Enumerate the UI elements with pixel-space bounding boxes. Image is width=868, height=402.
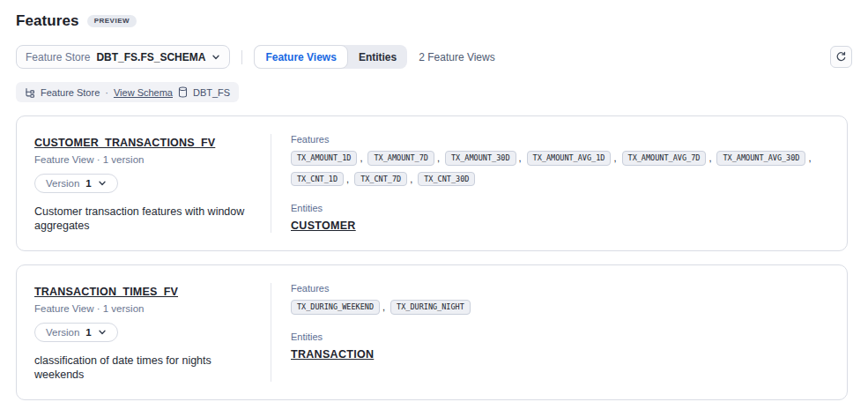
card-detail: Features TX_DURING_WEEKEND,TX_DURING_NIG…: [271, 283, 847, 382]
feature-view-subtitle: Feature View · 1 version: [34, 303, 253, 314]
feature-view-description: Customer transaction features with windo…: [34, 205, 253, 233]
preview-badge: PREVIEW: [87, 15, 137, 27]
feature-view-list: CUSTOMER_TRANSACTIONS_FV Feature View · …: [16, 115, 848, 400]
schema-tree-icon: [25, 87, 35, 98]
card-detail: Features TX_AMOUNT_1D,TX_AMOUNT_7D,TX_AM…: [271, 134, 847, 233]
entity-link[interactable]: TRANSACTION: [291, 348, 374, 361]
chip-separator: ,: [708, 153, 711, 163]
feature-store-label: Feature Store: [26, 51, 90, 63]
breadcrumb-prefix: Feature Store: [41, 87, 100, 98]
version-selector[interactable]: Version 1: [34, 174, 118, 193]
feature-store-selector[interactable]: Feature Store DBT_FS.FS_SCHEMA: [16, 45, 230, 69]
chip-separator: ,: [346, 174, 349, 184]
entities-label: Entities: [291, 203, 829, 213]
feature-chip: TX_CNT_7D: [354, 172, 407, 187]
chip-separator: ,: [519, 153, 522, 163]
toolbar-divider: [241, 50, 242, 64]
chevron-down-icon: [211, 53, 220, 62]
tab-entities[interactable]: Entities: [348, 45, 407, 69]
features-label: Features: [291, 134, 829, 145]
version-label: Version: [46, 327, 79, 338]
view-tabs: Feature Views Entities: [254, 45, 407, 69]
version-selector[interactable]: Version 1: [34, 323, 118, 342]
chip-separator: ,: [382, 302, 385, 312]
entities-block: Entities CUSTOMER: [291, 203, 829, 233]
entity-link[interactable]: CUSTOMER: [291, 220, 356, 232]
features-label: Features: [291, 283, 829, 294]
feature-view-subtitle: Feature View · 1 version: [34, 154, 253, 165]
card-summary: TRANSACTION_TIMES_FV Feature View · 1 ve…: [17, 283, 271, 382]
chevron-down-icon: [98, 179, 107, 188]
feature-chip: TX_AMOUNT_AVG_7D: [622, 151, 707, 166]
entities-label: Entities: [291, 331, 829, 342]
chip-separator: ,: [613, 153, 616, 163]
database-icon: [178, 86, 188, 98]
chip-separator: ,: [360, 153, 362, 163]
feature-chip: TX_AMOUNT_1D: [291, 151, 357, 166]
feature-chip-list: TX_AMOUNT_1D,TX_AMOUNT_7D,TX_AMOUNT_30D,…: [291, 151, 829, 186]
feature-view-card: CUSTOMER_TRANSACTIONS_FV Feature View · …: [16, 115, 848, 251]
refresh-button[interactable]: [830, 46, 852, 68]
view-schema-link[interactable]: View Schema: [114, 87, 173, 98]
feature-chip: TX_AMOUNT_7D: [367, 151, 434, 166]
chip-separator: ,: [437, 153, 440, 163]
chip-separator: ,: [808, 153, 811, 163]
feature-chip: TX_CNT_1D: [291, 172, 344, 187]
page-title: Features: [16, 12, 79, 30]
toolbar: Feature Store DBT_FS.FS_SCHEMA Feature V…: [16, 45, 852, 69]
breadcrumb-separator: ·: [105, 87, 108, 98]
feature-views-count: 2 Feature Views: [419, 51, 495, 63]
feature-store-value: DBT_FS.FS_SCHEMA: [96, 51, 205, 63]
chevron-down-icon: [98, 328, 107, 337]
feature-chip: TX_AMOUNT_30D: [445, 151, 516, 166]
refresh-icon: [835, 51, 847, 63]
feature-chip: TX_DURING_WEEKEND: [291, 300, 380, 315]
feature-view-title-link[interactable]: TRANSACTION_TIMES_FV: [34, 286, 178, 298]
feature-view-card: TRANSACTION_TIMES_FV Feature View · 1 ve…: [16, 264, 848, 400]
card-summary: CUSTOMER_TRANSACTIONS_FV Feature View · …: [17, 134, 271, 233]
feature-chip-list: TX_DURING_WEEKEND,TX_DURING_NIGHT: [291, 300, 829, 315]
feature-view-description: classification of date times for nights …: [34, 354, 253, 382]
feature-view-title-link[interactable]: CUSTOMER_TRANSACTIONS_FV: [34, 137, 215, 149]
version-label: Version: [46, 178, 79, 189]
page-header: Features PREVIEW: [0, 0, 868, 30]
feature-chip: TX_AMOUNT_AVG_30D: [716, 151, 805, 166]
feature-chip: TX_AMOUNT_AVG_1D: [527, 151, 612, 166]
breadcrumb: Feature Store · View Schema DBT_FS: [16, 82, 239, 102]
version-value: 1: [85, 327, 91, 338]
breadcrumb-database: DBT_FS: [193, 87, 230, 98]
chip-separator: ,: [410, 174, 412, 184]
entities-block: Entities TRANSACTION: [291, 331, 829, 361]
tab-feature-views[interactable]: Feature Views: [254, 45, 347, 69]
feature-chip: TX_CNT_30D: [418, 172, 475, 187]
feature-chip: TX_DURING_NIGHT: [390, 300, 471, 315]
version-value: 1: [85, 178, 91, 189]
